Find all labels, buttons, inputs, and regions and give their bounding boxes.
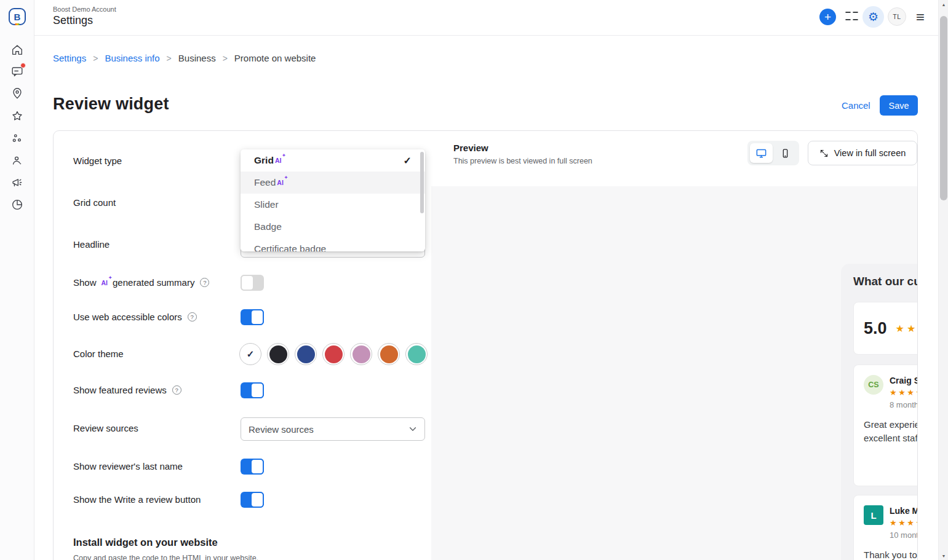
reviewer-avatar: L [864,505,883,525]
view-fullscreen-button[interactable]: View in full screen [808,141,917,165]
apps-grid-icon[interactable] [843,9,859,25]
review-card: L Luke M. on Boost M… ★★★★★ 10 months ag… [853,495,918,560]
color-swatch-orange[interactable] [378,343,400,365]
install-widget-subtitle: Copy and paste the code to the HTML in y… [73,554,258,560]
add-icon[interactable]: + [819,9,836,25]
dropdown-option-grid[interactable]: Grid AI✦ ✓ [241,149,425,172]
reviews-star-icon[interactable] [10,109,24,123]
top-bar: Boost Demo Account Settings + ⚙ TL ≡ [34,0,938,36]
dropdown-option-feed[interactable]: Feed AI✦ [241,172,425,194]
ai-icon: AI✦ [277,179,284,186]
locations-icon[interactable] [10,87,24,100]
notification-dot [20,63,26,68]
accessible-colors-label: Use web accessible colors ? [73,312,197,322]
ai-summary-label: Show AI✦ generated summary ? [73,277,209,288]
breadcrumb-separator: > [167,53,172,63]
help-icon[interactable]: ? [188,312,197,321]
rating-stars: ★★★★★ [896,323,918,334]
sidebar: B [0,0,34,560]
color-swatch-navy[interactable] [295,343,317,365]
hamburger-menu-icon[interactable]: ≡ [912,9,928,25]
dropdown-scrollbar-thumb[interactable] [420,152,424,213]
reviewer-avatar: CS [864,375,883,395]
breadcrumb: Settings > Business info > Business > Pr… [53,53,316,63]
review-date: 10 months ago [890,530,918,540]
dropdown-option-slider[interactable]: Slider [241,194,425,216]
window-scrollbar[interactable]: ▲ ▼ [938,0,948,560]
featured-reviews-toggle[interactable] [241,382,264,398]
breadcrumb-separator: > [223,53,228,63]
review-date: 8 months ago [890,400,918,409]
last-name-label: Show reviewer's last name [73,461,183,471]
preview-subtitle: This preview is best viewed in full scre… [453,157,592,165]
review-widget-preview: What our customers say ‹ › 5.0 ★★★★★ 224… [841,264,918,560]
review-text: Great experience, excellent staff. [864,418,918,444]
breadcrumb-promote-on-website: Promote on website [234,53,316,63]
device-toggle [747,141,799,165]
help-icon[interactable]: ? [172,385,181,395]
scroll-up-icon[interactable]: ▲ [939,0,948,9]
average-rating: 5.0 [864,319,887,338]
page-title: Review widget [53,95,169,114]
app-window: B Boost Demo Account Settings + [0,0,948,560]
messages-icon[interactable] [10,65,24,78]
brand-logo[interactable]: B [9,8,26,25]
accessible-colors-toggle[interactable] [241,309,264,325]
featured-reviews-label: Show featured reviews ? [73,385,181,395]
color-swatch-black[interactable] [267,343,289,365]
color-swatch-teal[interactable] [405,343,428,365]
cancel-button[interactable]: Cancel [842,100,870,111]
rating-summary-card: 5.0 ★★★★★ 224 reviews Write a review [853,302,918,355]
preview-viewport: What our customers say ‹ › 5.0 ★★★★★ 224… [431,186,918,560]
dropdown-option-certificate-badge[interactable]: Certificate badge [241,238,425,251]
widget-type-label: Widget type [73,156,122,166]
desktop-icon [755,148,767,159]
write-review-btn-toggle[interactable] [241,492,264,508]
mobile-icon [780,148,791,159]
reviewer-name: Craig S. [890,376,918,385]
check-icon: ✓ [404,155,412,167]
breadcrumb-settings[interactable]: Settings [53,53,86,63]
campaigns-icon[interactable] [10,176,24,189]
breadcrumb-business[interactable]: Business [178,53,216,63]
home-icon[interactable] [10,43,24,57]
ai-icon: AI✦ [102,279,108,286]
headline-label: Headline [73,239,110,250]
help-icon[interactable]: ? [200,278,209,287]
check-icon: ✓ [247,349,255,360]
save-button[interactable]: Save [880,95,918,116]
widget-type-dropdown: Grid AI✦ ✓ Feed AI✦ Slider Badge Certifi… [241,149,425,251]
install-widget-title: Install widget on your website [73,537,218,548]
desktop-view-button[interactable] [750,143,773,163]
review-text: Thank you to the team at Boost - getting… [864,548,918,560]
breadcrumb-business-info[interactable]: Business info [105,53,159,63]
review-stars: ★★★★★ [890,388,918,397]
settings-card: Widget type Grid count Headline Show AI✦… [53,130,918,560]
ai-summary-toggle[interactable] [241,275,264,291]
account-name: Boost Demo Account [53,6,116,13]
review-sources-select[interactable]: Review sources [241,417,425,441]
contacts-icon[interactable] [10,154,24,167]
review-sources-label: Review sources [73,423,138,433]
scrollbar-thumb[interactable] [940,16,947,200]
color-swatch-mauve[interactable] [350,343,372,365]
user-avatar[interactable]: TL [888,7,906,26]
breadcrumb-separator: > [93,53,98,63]
scroll-down-icon[interactable]: ▼ [939,551,948,560]
review-card: CS Craig S. on Boost My… ★★★★★ 8 months … [853,365,918,486]
dropdown-option-badge[interactable]: Badge [241,216,425,238]
connections-icon[interactable] [10,132,24,145]
settings-gear-icon[interactable]: ⚙ [862,6,884,28]
widget-headline: What our customers say [853,275,918,288]
color-theme-label: Color theme [73,349,124,359]
ai-icon: AI✦ [275,157,282,164]
mobile-view-button[interactable] [774,143,797,163]
insights-icon[interactable] [10,198,24,211]
color-swatch-red[interactable] [322,343,345,365]
color-theme-swatches: ✓ [239,343,428,365]
color-swatch-white-selected[interactable]: ✓ [239,343,261,365]
grid-count-label: Grid count [73,197,116,208]
preview-title: Preview [453,143,488,153]
last-name-toggle[interactable] [241,459,264,475]
chevron-down-icon [408,425,417,433]
